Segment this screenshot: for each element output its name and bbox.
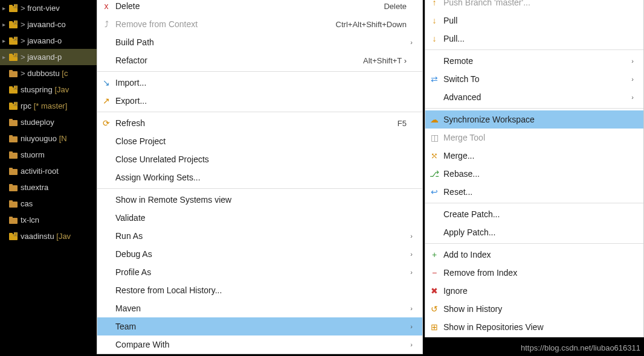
ctx-item-debug-as[interactable]: Debug As› xyxy=(97,245,422,263)
team-item-remote[interactable]: Remote› xyxy=(425,52,643,70)
menu-item-label: Merge... xyxy=(443,151,628,161)
team-item-pull[interactable]: ↓Pull... xyxy=(425,30,643,48)
ctx-item-maven[interactable]: Maven› xyxy=(97,299,422,317)
tree-item-2[interactable]: ▸J> javaand-o xyxy=(0,33,97,49)
tree-item-9[interactable]: stuorm xyxy=(0,147,97,163)
ctx-item-refactor[interactable]: RefactorAlt+Shift+T › xyxy=(97,51,422,69)
team-item-apply-patch[interactable]: Apply Patch... xyxy=(425,223,643,241)
menu-item-icon: ↩ xyxy=(425,187,443,197)
expand-arrow-icon[interactable]: ▸ xyxy=(2,5,8,11)
tree-item-11[interactable]: stuextra xyxy=(0,179,97,195)
expand-arrow-icon[interactable]: ▸ xyxy=(2,54,8,60)
tree-item-1[interactable]: ▸J> javaand-co xyxy=(0,16,97,33)
team-item-pull[interactable]: ↓Pull xyxy=(425,11,643,30)
menu-item-label: Pull xyxy=(443,16,628,25)
menu-item-label: Ignore xyxy=(443,286,628,296)
menu-item-label: Add to Index xyxy=(443,250,628,259)
ctx-item-show-in-remote-systems-view[interactable]: Show in Remote Systems view xyxy=(97,191,422,209)
tree-item-4[interactable]: > dubbostu [c xyxy=(0,65,97,81)
ctx-item-close-project[interactable]: Close Project xyxy=(97,132,422,150)
team-item-advanced[interactable]: Advanced› xyxy=(425,88,643,106)
team-item-synchronize-workspace[interactable]: ☁Synchronize Workspace xyxy=(425,110,643,129)
expand-arrow-icon[interactable]: ▸ xyxy=(2,37,8,44)
expand-arrow-icon[interactable]: ▸ xyxy=(2,21,8,28)
menu-item-label: Assign Working Sets... xyxy=(115,173,407,182)
menu-item-label: Build Path xyxy=(115,37,407,47)
java-project-icon: J xyxy=(8,20,18,30)
ctx-item-refresh[interactable]: ⟳RefreshF5 xyxy=(97,114,422,132)
menu-item-icon: ↓ xyxy=(425,16,443,25)
team-item-show-in-repositories-view[interactable]: ⊞Show in Repositories View xyxy=(425,318,643,336)
tree-item-7[interactable]: studeploy xyxy=(0,114,97,130)
ctx-item-export[interactable]: ↗Export... xyxy=(97,92,422,110)
menu-item-label: Pull... xyxy=(443,34,628,43)
submenu-arrow-icon: › xyxy=(628,75,637,83)
menu-separator xyxy=(97,112,422,112)
svg-rect-39 xyxy=(9,217,13,219)
menu-item-icon: ⤴ xyxy=(97,19,115,29)
team-item-reset[interactable]: ↩Reset... xyxy=(425,183,643,201)
java-project-icon: J xyxy=(8,52,18,62)
menu-separator xyxy=(97,188,422,189)
menu-separator xyxy=(97,71,422,72)
team-item-switch-to[interactable]: ⇄Switch To› xyxy=(425,70,643,88)
context-menu[interactable]: xDeleteDelete⤴Remove from ContextCtrl+Al… xyxy=(97,0,423,354)
tree-item-6[interactable]: Jrpc [* master] xyxy=(0,98,97,114)
team-item-remove-from-index[interactable]: −Remove from Index xyxy=(425,264,643,282)
team-submenu[interactable]: ↑Push Branch 'master'...↓Pull↓Pull...Rem… xyxy=(425,0,644,355)
team-item-rebase[interactable]: ⎇Rebase... xyxy=(425,165,643,183)
team-item-merge[interactable]: ⤲Merge... xyxy=(425,147,643,165)
menu-item-label: Refactor xyxy=(115,56,351,65)
svg-rect-33 xyxy=(9,168,13,170)
tree-label: > javaand-p xyxy=(21,52,62,62)
tree-label: tx-lcn xyxy=(21,215,39,224)
ctx-item-close-unrelated-projects[interactable]: Close Unrelated Projects xyxy=(97,150,422,168)
team-item-add-to-index[interactable]: +Add to Index xyxy=(425,246,643,264)
tree-label: > javaand-o xyxy=(21,36,62,45)
team-item-merge-tool: ◫Merge Tool xyxy=(425,129,643,147)
ctx-item-profile-as[interactable]: Profile As› xyxy=(97,263,422,281)
menu-shortcut: Alt+Shift+T › xyxy=(351,56,407,65)
ctx-item-run-as[interactable]: Run As› xyxy=(97,227,422,245)
project-explorer[interactable]: ▸J> front-viev▸J> javaand-co▸J> javaand-… xyxy=(0,0,97,356)
tree-item-13[interactable]: tx-lcn xyxy=(0,212,97,228)
menu-item-label: Maven xyxy=(115,304,407,313)
tree-label: niuyouguo [N xyxy=(21,134,67,143)
tree-item-0[interactable]: ▸J> front-viev xyxy=(0,0,97,16)
tree-label: > dubbostu [c xyxy=(21,69,68,78)
ctx-item-build-path[interactable]: Build Path› xyxy=(97,33,422,51)
tree-item-3[interactable]: ▸J> javaand-p xyxy=(0,49,97,65)
ctx-item-compare-with[interactable]: Compare With› xyxy=(97,335,422,354)
tree-item-14[interactable]: Jvaadinstu [Jav xyxy=(0,228,97,244)
team-item-ignore[interactable]: ✖Ignore xyxy=(425,282,643,300)
tree-item-5[interactable]: Jstuspring [Jav xyxy=(0,81,97,98)
menu-item-label: Run As xyxy=(115,231,407,241)
menu-item-icon: ☁ xyxy=(425,115,443,124)
submenu-arrow-icon: › xyxy=(407,269,416,276)
menu-item-icon: ⤲ xyxy=(425,151,443,161)
menu-item-label: Import... xyxy=(115,78,407,87)
menu-item-icon: ⟳ xyxy=(97,118,115,128)
menu-shortcut: Delete xyxy=(372,2,407,11)
tree-item-8[interactable]: niuyouguo [N xyxy=(0,130,97,147)
java-project-icon: J xyxy=(8,101,18,111)
submenu-arrow-icon: › xyxy=(407,39,416,46)
submenu-arrow-icon: › xyxy=(628,94,637,101)
tree-label: stuextra xyxy=(21,183,48,192)
ctx-item-import[interactable]: ↘Import... xyxy=(97,74,422,92)
menu-item-icon: − xyxy=(425,268,443,278)
ctx-item-assign-working-sets[interactable]: Assign Working Sets... xyxy=(97,168,422,186)
svg-rect-1 xyxy=(9,5,13,7)
ctx-item-restore-from-local-history[interactable]: Restore from Local History... xyxy=(97,281,422,299)
folder-icon xyxy=(8,199,18,209)
team-item-show-in-history[interactable]: ↺Show in History xyxy=(425,300,643,318)
menu-item-label: Compare With xyxy=(115,340,407,349)
ctx-item-team[interactable]: Team› xyxy=(97,317,422,335)
ctx-item-validate[interactable]: Validate xyxy=(97,209,422,227)
tree-item-12[interactable]: cas xyxy=(0,195,97,212)
team-item-create-patch[interactable]: Create Patch... xyxy=(425,205,643,223)
ctx-item-delete[interactable]: xDeleteDelete xyxy=(97,0,422,15)
svg-rect-19 xyxy=(9,86,13,89)
menu-item-label: Apply Patch... xyxy=(443,227,628,237)
tree-item-10[interactable]: activiti-root xyxy=(0,163,97,179)
